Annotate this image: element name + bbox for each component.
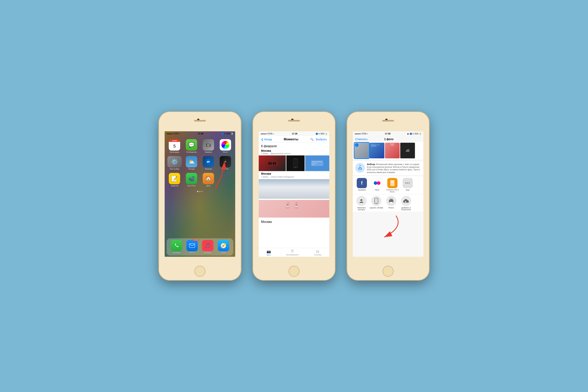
moment-photo-chat[interactable]: Некоторые думают... или пусть... Тоика	[305, 156, 329, 171]
tab-memories-label: Воспоминания	[286, 254, 298, 256]
share-flickr[interactable]: Flickr	[370, 178, 384, 193]
moment-date-2: Москва ›	[259, 218, 329, 224]
battery-2: 🔵 ✳ 55% 🔋	[316, 133, 327, 135]
strip-photo-2[interactable]: Welcome to ourBreakfast...	[370, 143, 384, 158]
more-icon: •••	[402, 178, 413, 188]
albums-tab-icon: 🗂	[316, 249, 320, 254]
print-label: Печать	[388, 207, 394, 209]
svg-rect-41	[391, 182, 393, 182]
tab-albums[interactable]: 🗂 Альбомы	[314, 249, 322, 256]
memories-tab-icon: ⏱	[291, 249, 294, 254]
snow-photo	[259, 179, 329, 199]
app-photos-icon	[220, 139, 231, 150]
strip-photo-4[interactable]: 🏙	[400, 143, 415, 158]
dock-safari[interactable]: 🧭 Safari	[218, 240, 229, 254]
app-photos[interactable]: Фото	[218, 139, 233, 153]
home-button-1[interactable]	[194, 266, 206, 277]
share-apps-row: f Facebook Flickr	[353, 176, 423, 194]
app-weather-icon: ⛅	[186, 156, 197, 168]
page-dot-1	[197, 191, 198, 192]
dock-mail-label: Почта	[189, 252, 195, 254]
app-camera-label: Камера	[205, 151, 212, 153]
action-wallpaper[interactable]: Сделать обоями	[369, 196, 384, 211]
search-icon[interactable]: 🔍	[310, 138, 314, 141]
moment-section-2: Москва 7 февр. · улица Новослободская ›	[259, 172, 329, 218]
app-camera[interactable]: Камера	[201, 139, 216, 153]
action-print[interactable]: Печать	[384, 196, 398, 211]
app-settings[interactable]: ⚙️ Настройки	[168, 156, 182, 170]
photos-app: ●●●●● YOTA ≈ 17:28 🔵 ✳ 55% 🔋 ❮ Назад Мом…	[259, 131, 329, 257]
moment-city-1: Москва	[261, 149, 327, 152]
dock-mail[interactable]: 25 340 Почта	[186, 240, 198, 254]
share-ibooks[interactable]: Сохранить PDF в iBooks	[385, 178, 400, 193]
svg-rect-27	[288, 202, 289, 203]
screen-2: ●●●●● YOTA ≈ 17:28 🔵 ✳ 55% 🔋 ❮ Назад Мом…	[259, 131, 329, 257]
tab-memories[interactable]: ⏱ Воспоминания	[286, 249, 298, 256]
share-more[interactable]: ••• Еще	[400, 178, 415, 193]
app-shazam[interactable]: Shazam	[201, 156, 216, 170]
app-notes[interactable]: 📝 Заметки	[168, 173, 182, 187]
moment-sub-2: 7 февр. · улица Новослободская	[261, 176, 294, 178]
tab-photos[interactable]: 📷 Фото	[266, 249, 271, 256]
moment-photo-snow[interactable]	[259, 179, 329, 199]
app-weather[interactable]: ⛅ Погода	[184, 156, 199, 170]
page-dot-3	[202, 191, 203, 192]
svg-point-46	[376, 203, 377, 203]
action-contact[interactable]: Присвоить контакту	[354, 196, 368, 211]
svg-point-31	[296, 208, 297, 208]
share-facebook[interactable]: f Facebook	[355, 178, 369, 193]
svg-point-18	[274, 163, 275, 164]
app-home[interactable]: 🏠 Дом	[201, 173, 216, 187]
moment-sub-row: 7 февр. · улица Новослободская ›	[261, 175, 327, 178]
svg-rect-45	[375, 199, 378, 203]
wallpaper-icon	[371, 196, 382, 206]
mail-badge: 25 340	[193, 239, 198, 241]
moment-photo-phone[interactable]	[286, 156, 304, 171]
svg-point-50	[392, 201, 393, 201]
share-count: 1 фото	[384, 138, 393, 141]
moment-date-1: 6 февраля ›	[259, 142, 329, 149]
svg-rect-3	[207, 143, 208, 144]
svg-point-37	[377, 181, 380, 185]
moments-scroll[interactable]: 6 февраля › Москва 7 февр. · Дмитровское…	[259, 142, 329, 248]
svg-rect-48	[390, 199, 393, 200]
strip-photo-3[interactable]: АИБЕАЮЩ	[385, 143, 400, 158]
dock-music[interactable]: 🎵 Музыка	[202, 240, 214, 254]
app-messages[interactable]: 💬 Сообщения	[184, 139, 199, 153]
svg-rect-8	[225, 164, 226, 164]
back-button[interactable]: ❮ Назад	[261, 138, 272, 141]
share-sheet: ●●●●● YOTA ≈ 17:38 ▶ 🔵 ✳ 51% 🔋 Отменить …	[353, 131, 423, 257]
app-watch[interactable]: Watch	[218, 156, 233, 170]
app-watch-label: Watch	[223, 168, 228, 170]
moment-photo-iphones[interactable]	[259, 200, 329, 218]
action-icloud[interactable]: Добавить в iCloud Drive	[399, 196, 413, 211]
cancel-button[interactable]: Отменить	[355, 138, 368, 141]
home-button-2[interactable]	[288, 266, 300, 277]
svg-point-26	[287, 208, 288, 208]
battery-1: 🔵 ✳ 55% 🔋	[222, 133, 233, 135]
dock-phone-label: Телефон	[172, 252, 180, 254]
photo-strip: ✓ Welcome to ourBreakfast... АИБЕАЮЩ 🏙	[353, 142, 423, 160]
svg-point-23	[295, 167, 296, 168]
select-button[interactable]: Выбрать	[316, 138, 327, 141]
home-button-3[interactable]	[382, 266, 394, 277]
app-calendar-label: Календарь	[170, 151, 179, 153]
tab-bar-photos: 📷 Фото ⏱ Воспоминания 🗂 Альбомы	[259, 248, 329, 257]
moment-arrow-3: ›	[326, 220, 327, 224]
app-facetime[interactable]: 📹 FaceTime	[184, 173, 199, 187]
airdrop-section: AirDrop. Мгновенный обмен данными с теми…	[353, 161, 423, 176]
moment-section-1: Москва 7 февр. · Дмитровское шоссе	[259, 149, 329, 172]
svg-point-28	[287, 204, 288, 206]
svg-point-33	[296, 204, 297, 206]
contact-label: Присвоить контакту	[354, 207, 368, 211]
strip-photo-1[interactable]: ✓	[354, 143, 369, 158]
app-calendar[interactable]: среда 5 Календарь	[168, 139, 182, 153]
dock-safari-icon: 🧭	[218, 240, 229, 251]
moment-arrow-1: ›	[326, 145, 327, 148]
moment-photo-vr[interactable]	[259, 156, 286, 171]
dock-phone[interactable]: Телефон	[171, 240, 182, 254]
moment-city-2: Москва	[261, 172, 327, 175]
battery-3: ▶ 🔵 ✳ 51% 🔋	[408, 133, 422, 135]
contact-icon	[356, 196, 366, 206]
moment-photos-3	[259, 200, 329, 218]
